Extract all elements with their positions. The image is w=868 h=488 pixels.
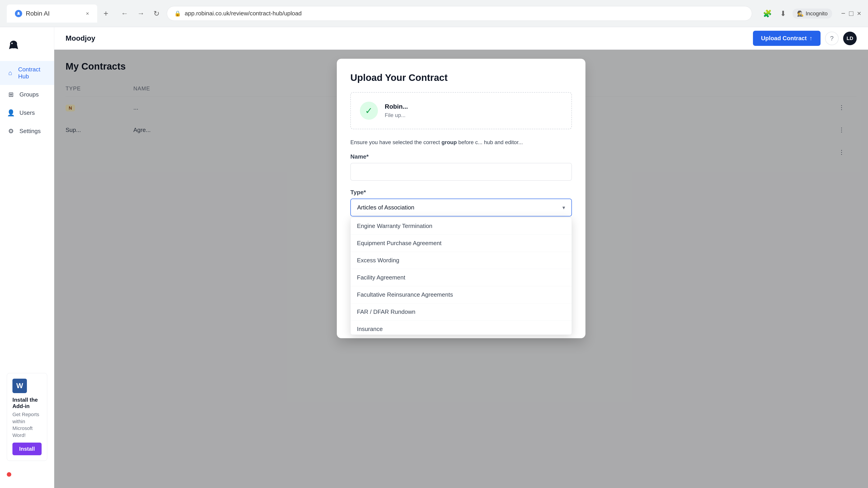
reload-button[interactable]: ↻ [152, 7, 161, 20]
sidebar-item-label: Contract Hub [18, 66, 47, 80]
sidebar-bottom [0, 468, 54, 481]
extensions-button[interactable]: 🧩 [761, 7, 774, 20]
upload-file-info: Robin... File up... [385, 103, 408, 119]
chevron-down-icon: ▾ [562, 204, 565, 211]
upload-file-icon: ✓ [360, 102, 378, 120]
type-dropdown-menu: Engine Warranty Termination Equipment Pu… [350, 217, 572, 335]
dropdown-item[interactable]: Engine Warranty Termination [350, 218, 572, 235]
addin-description: Get Reports within Microsoft Word! [12, 411, 41, 439]
modal-overlay: Upload Your Contract ✓ Robin... File up.… [54, 50, 868, 488]
type-select-wrapper: Articles of Association ▾ Engine Warrant… [350, 199, 572, 217]
url-text: app.robinai.co.uk/review/contract-hub/up… [185, 10, 302, 17]
type-label: Type* [350, 189, 572, 196]
close-window-button[interactable]: × [857, 9, 861, 18]
dropdown-item[interactable]: Equipment Purchase Agreement [350, 235, 572, 252]
browser-tab[interactable]: Robin AI × [7, 4, 97, 23]
incognito-badge: 🕵 Incognito [793, 8, 832, 19]
dropdown-item[interactable]: FAR / DFAR Rundown [350, 303, 572, 321]
minimize-button[interactable]: − [841, 9, 845, 18]
dropdown-item[interactable]: Excess Wording [350, 252, 572, 269]
upload-modal: Upload Your Contract ✓ Robin... File up.… [337, 59, 585, 338]
upload-icon: ↑ [809, 35, 812, 42]
sidebar-item-label: Groups [20, 91, 39, 98]
incognito-label: Incognito [806, 10, 828, 17]
workspace-title: Moodjoy [66, 34, 746, 42]
tab-close-btn[interactable]: × [86, 10, 89, 17]
addin-title: Install the Add-in [12, 397, 41, 410]
name-label: Name* [350, 153, 572, 160]
downloads-button[interactable]: ⬇ [778, 7, 788, 20]
type-form-group: Type* Articles of Association ▾ Engine W… [350, 189, 572, 217]
addin-card: W Install the Add-in Get Reports within … [7, 373, 47, 461]
forward-button[interactable]: → [135, 7, 146, 20]
upload-status: File up... [385, 112, 408, 119]
dropdown-item[interactable]: Facultative Reinsurance Agreements [350, 286, 572, 303]
type-select[interactable]: Articles of Association ▾ [350, 199, 572, 217]
address-bar[interactable]: 🔒 app.robinai.co.uk/review/contract-hub/… [167, 6, 752, 21]
word-logo: W [12, 379, 27, 393]
settings-icon: ⚙ [7, 127, 15, 135]
upload-filename: Robin... [385, 103, 408, 110]
notification-dot [7, 472, 11, 477]
dropdown-item[interactable]: Facility Agreement [350, 269, 572, 286]
sidebar-item-settings[interactable]: ⚙ Settings [0, 123, 54, 140]
browser-chrome: Robin AI × + ← → ↻ 🔒 app.robinai.co.uk/r… [0, 0, 868, 27]
sidebar-item-users[interactable]: 👤 Users [0, 104, 54, 122]
home-icon: ⌂ [7, 69, 13, 76]
sidebar-item-contract-hub[interactable]: ⌂ Contract Hub [0, 61, 54, 85]
upload-contract-button[interactable]: Upload Contract ↑ [753, 31, 820, 46]
help-button[interactable]: ? [825, 32, 839, 45]
app-header: Moodjoy Upload Contract ↑ ? LD [54, 27, 868, 50]
browser-navigation: ← → ↻ 🔒 app.robinai.co.uk/review/contrac… [119, 6, 752, 21]
type-selected-value: Articles of Association [357, 204, 414, 211]
robin-logo [7, 38, 20, 52]
form-note: Ensure you have selected the correct gro… [350, 138, 572, 147]
help-icon: ? [830, 35, 834, 42]
window-controls: − □ × [841, 9, 861, 18]
svg-point-0 [11, 43, 13, 44]
sidebar-item-label: Users [20, 109, 35, 116]
back-button[interactable]: ← [119, 7, 130, 20]
name-form-group: Name* [350, 153, 572, 181]
browser-actions: 🧩 ⬇ 🕵 Incognito [761, 7, 832, 20]
sidebar-logo [0, 34, 54, 61]
main-content: Moodjoy Upload Contract ↑ ? LD My Contra… [54, 27, 868, 488]
incognito-icon: 🕵 [797, 10, 804, 17]
upload-contract-label: Upload Contract [761, 35, 807, 42]
upload-area: ✓ Robin... File up... [350, 92, 572, 129]
name-input[interactable] [350, 163, 572, 181]
groups-icon: ⊞ [7, 91, 15, 98]
install-addin-button[interactable]: Install [12, 443, 41, 455]
avatar[interactable]: LD [843, 32, 857, 45]
sidebar-item-groups[interactable]: ⊞ Groups [0, 86, 54, 103]
users-icon: 👤 [7, 109, 15, 117]
sidebar-item-label: Settings [20, 128, 41, 135]
lock-icon: 🔒 [174, 10, 181, 17]
header-actions: Upload Contract ↑ ? LD [753, 31, 857, 46]
dropdown-item[interactable]: Insurance [350, 321, 572, 335]
maximize-button[interactable]: □ [849, 9, 853, 18]
new-tab-button[interactable]: + [102, 7, 110, 20]
tab-title: Robin AI [26, 10, 50, 17]
sidebar-navigation: ⌂ Contract Hub ⊞ Groups 👤 Users ⚙ Settin… [0, 61, 54, 366]
sidebar: ⌂ Contract Hub ⊞ Groups 👤 Users ⚙ Settin… [0, 27, 54, 488]
tab-favicon [15, 10, 22, 17]
content-area: My Contracts Type Name Group Status Date… [54, 50, 868, 488]
app-layout: ⌂ Contract Hub ⊞ Groups 👤 Users ⚙ Settin… [0, 27, 868, 488]
modal-title: Upload Your Contract [350, 72, 572, 83]
